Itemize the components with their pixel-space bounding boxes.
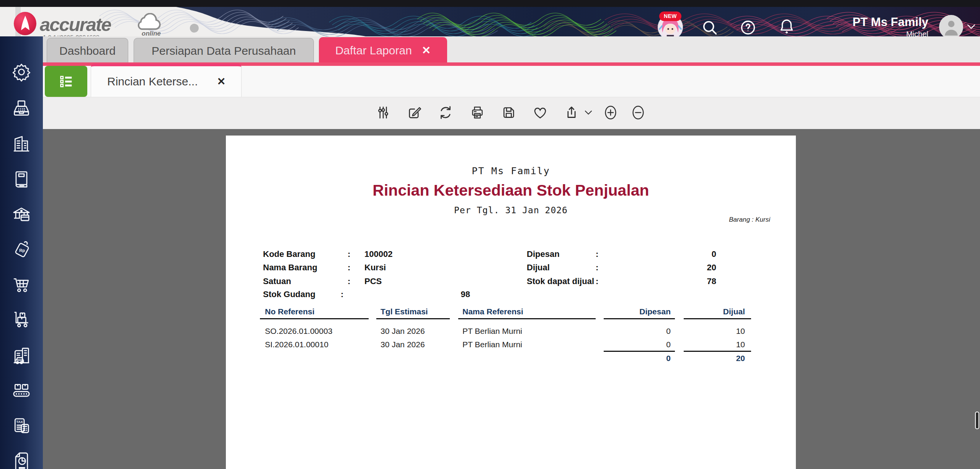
export-menu-chevron[interactable]: [583, 103, 593, 122]
info-label: Nama Barang: [263, 263, 317, 273]
vertical-scrollbar-thumb[interactable]: [975, 412, 979, 429]
status-dot: [190, 24, 199, 33]
sidebar-item-settings[interactable]: [11, 61, 32, 83]
column-header-no-referensi: No Referensi: [265, 307, 315, 316]
report-company-name: PT Ms Family: [226, 165, 796, 176]
report-list-button[interactable]: [45, 66, 87, 97]
info-value: 20: [621, 263, 716, 273]
refresh-icon: [438, 105, 453, 120]
print-button[interactable]: [468, 103, 487, 122]
tab-close-icon[interactable]: ✕: [422, 44, 431, 57]
cell-no-referensi: SI.2026.01.00010: [265, 340, 328, 349]
user-avatar[interactable]: [939, 15, 963, 36]
office-building-icon: [11, 133, 32, 155]
subtab-close-icon[interactable]: ✕: [217, 75, 226, 88]
chevron-down-icon: [585, 110, 592, 115]
cell-dijual: 10: [668, 340, 745, 349]
zoom-in-button[interactable]: [601, 103, 620, 122]
topbar: accurate online v1.0.1#3605-2324608 NEW: [0, 7, 980, 36]
report-viewport: PT Ms Family Rincian Ketersediaan Stok P…: [43, 129, 980, 469]
sidebar-item-journal[interactable]: [11, 169, 32, 190]
info-value: Kursi: [364, 263, 386, 273]
zoom-out-icon: [631, 104, 645, 121]
favorite-button[interactable]: [531, 103, 549, 122]
tab-bar-accent-line: [43, 62, 980, 64]
zoom-out-button[interactable]: [629, 103, 647, 122]
sidebar-item-purchase[interactable]: [11, 275, 32, 296]
cell-dijual: 10: [668, 327, 745, 336]
list-icon: [57, 73, 75, 90]
logo-wordmark: accurate: [40, 14, 111, 35]
edit-button[interactable]: [405, 103, 424, 122]
header-underline: [604, 318, 675, 319]
info-value: 98: [394, 289, 470, 299]
header-underline: [458, 318, 596, 319]
export-button[interactable]: [562, 103, 581, 122]
heart-icon: [532, 105, 548, 120]
info-label: Dijual: [527, 263, 550, 273]
book-icon: [11, 169, 32, 190]
sidebar-item-bank[interactable]: [11, 204, 32, 226]
tab-label: Daftar Laporan: [335, 44, 412, 57]
sidebar-item-tax[interactable]: TAX: [11, 416, 32, 437]
sidebar-item-sales-rp[interactable]: Rp: [11, 239, 32, 260]
app-window: accurate online v1.0.1#3605-2324608 NEW: [0, 0, 980, 469]
sidebar-item-fixed-asset[interactable]: [11, 345, 32, 366]
sidebar-item-manufacture[interactable]: [11, 380, 32, 402]
main-tab-bar: Dashboard Persiapan Data Perusahaan Daft…: [43, 36, 980, 64]
account-chevron-down-icon[interactable]: [967, 24, 975, 31]
sidebar-item-inventory[interactable]: [11, 309, 32, 331]
total-line: [684, 351, 751, 352]
svg-text:Rp: Rp: [19, 248, 25, 253]
logo-a-glyph: [18, 15, 33, 33]
column-header-dijual: Dijual: [668, 307, 745, 316]
edit-icon: [407, 105, 422, 120]
info-separator: :: [341, 289, 343, 299]
report-period: Per Tgl. 31 Jan 2026: [226, 205, 796, 215]
cell-dipesan: 0: [594, 327, 671, 336]
header-underline: [260, 318, 369, 319]
floppy-save-icon: [501, 105, 516, 120]
total-dipesan: 0: [594, 354, 671, 363]
total-dijual: 20: [668, 354, 745, 363]
notification-bell-icon[interactable]: [778, 18, 795, 36]
price-tag-rp-icon: Rp: [11, 239, 32, 260]
tab-persiapan-data-perusahaan[interactable]: Persiapan Data Perusahaan: [134, 38, 314, 64]
svg-text:TAX: TAX: [16, 420, 23, 424]
info-separator: :: [348, 263, 350, 273]
info-label: Stok Gudang: [263, 289, 315, 299]
tab-label: Persiapan Data Perusahaan: [152, 44, 296, 57]
info-value: 78: [621, 276, 716, 286]
header-underline: [376, 318, 450, 319]
sidebar-item-company[interactable]: [11, 133, 32, 155]
column-header-tgl-estimasi: Tgl Estimasi: [381, 307, 428, 316]
tax-document-icon: TAX: [11, 416, 32, 437]
accurate-logo-icon[interactable]: [14, 12, 36, 35]
filter-settings-button[interactable]: [374, 103, 392, 122]
window-top-strip: [0, 0, 980, 7]
report-toolbar: [43, 97, 980, 129]
search-icon[interactable]: [701, 19, 718, 36]
sidebar-item-reports[interactable]: [11, 451, 32, 469]
cell-nama-referensi: PT Berlian Murni: [462, 327, 522, 336]
info-separator: :: [596, 276, 598, 286]
refresh-button[interactable]: [436, 103, 455, 122]
asset-building-car-icon: [11, 345, 32, 366]
info-value: 0: [621, 249, 716, 259]
tab-label: Dashboard: [59, 44, 116, 57]
info-label: Dipesan: [527, 249, 560, 259]
column-header-nama-referensi: Nama Referensi: [462, 307, 523, 316]
tab-dashboard[interactable]: Dashboard: [47, 38, 128, 64]
save-button[interactable]: [500, 103, 518, 122]
cell-nama-referensi: PT Berlian Murni: [462, 340, 522, 349]
cash-register-icon: [11, 98, 32, 119]
tab-daftar-laporan-active[interactable]: Daftar Laporan ✕: [319, 37, 447, 64]
sidebar-item-cashier[interactable]: [11, 98, 32, 119]
company-name: PT Ms Family: [804, 15, 928, 29]
subtab-rincian-ketersediaan[interactable]: Rincian Keterse... ✕: [91, 64, 242, 97]
cell-tgl-estimasi: 30 Jan 2026: [381, 327, 425, 336]
header-underline: [684, 318, 751, 319]
zoom-in-icon: [603, 104, 618, 121]
info-value: 100002: [364, 249, 392, 259]
help-icon[interactable]: [740, 19, 756, 36]
